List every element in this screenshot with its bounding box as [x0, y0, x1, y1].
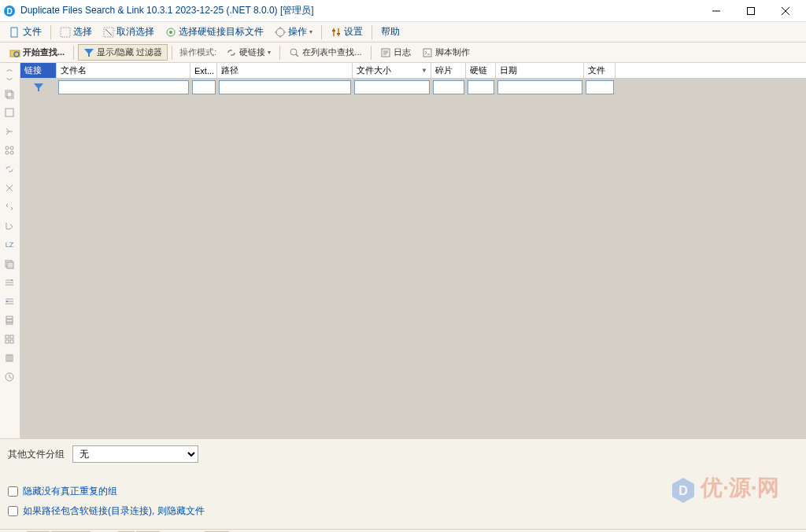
chevron-down-icon: ▾	[268, 49, 271, 56]
svg-rect-25	[423, 49, 431, 57]
toggle-filter-button[interactable]: 显示/隐藏 过滤器	[78, 44, 168, 61]
filter-files[interactable]	[586, 80, 614, 94]
svg-line-31	[6, 131, 9, 135]
sidebar-tool-11[interactable]	[0, 274, 19, 291]
find-icon	[289, 47, 300, 58]
separator	[172, 46, 172, 60]
column-path[interactable]: 路径	[217, 63, 353, 78]
menu-deselect[interactable]: 取消选择	[98, 24, 159, 40]
maximize-button[interactable]	[734, 0, 768, 22]
svg-point-47	[6, 301, 8, 302]
column-ext[interactable]: Ext...	[190, 63, 217, 78]
svg-rect-54	[10, 340, 13, 343]
menu-settings[interactable]: 设置	[326, 24, 368, 40]
file-icon	[9, 27, 20, 38]
filter-size[interactable]	[354, 80, 430, 94]
search-in-list-button[interactable]: 在列表中查找...	[284, 45, 366, 60]
svg-text:D: D	[6, 7, 12, 16]
sidebar-tool-9[interactable]	[0, 217, 19, 235]
filter-path[interactable]	[219, 80, 351, 94]
checkbox-input[interactable]	[8, 506, 18, 516]
start-search-button[interactable]: 开始查找...	[5, 45, 69, 60]
column-date[interactable]: 日期	[496, 63, 584, 78]
script-icon	[422, 47, 433, 58]
sidebar-tool-16[interactable]	[0, 368, 19, 386]
column-size[interactable]: 文件大小	[353, 63, 431, 78]
svg-rect-53	[6, 340, 9, 343]
separator	[321, 25, 322, 39]
filter-row	[20, 79, 806, 96]
sidebar-tool-3[interactable]	[0, 104, 19, 121]
group-label: 其他文件分组	[8, 448, 65, 461]
sidebar-tool-14[interactable]	[0, 331, 19, 348]
hide-softlink-checkbox[interactable]: 如果路径包含软链接(目录连接), 则隐藏文件	[8, 504, 798, 518]
column-fragments[interactable]: 碎片	[431, 63, 466, 78]
menu-operate[interactable]: 操作 ▾	[270, 24, 317, 40]
chevron-down-icon: ▾	[309, 28, 312, 35]
svg-line-61	[9, 377, 12, 379]
svg-rect-50	[6, 323, 13, 324]
filter-filename[interactable]	[58, 80, 189, 94]
svg-point-34	[6, 151, 9, 154]
deselect-icon	[103, 27, 114, 38]
target-icon	[165, 27, 176, 38]
script-button[interactable]: 脚本制作	[417, 45, 475, 60]
column-files[interactable]: 文件	[584, 63, 616, 78]
sidebar-tool-2[interactable]	[0, 85, 19, 102]
filter-date[interactable]	[497, 80, 582, 94]
menu-file[interactable]: 文件	[5, 24, 46, 40]
column-link[interactable]: 链接	[20, 63, 57, 78]
search-folder-icon	[9, 47, 20, 58]
svg-rect-14	[338, 28, 339, 36]
svg-rect-28	[6, 109, 13, 116]
separator	[371, 46, 372, 60]
window-title: Duplicate Files Search & Link 10.3.1 202…	[20, 4, 699, 17]
sidebar-tool-13[interactable]	[0, 312, 19, 329]
sidebar-tool-4[interactable]	[0, 123, 19, 140]
menu-select-hardlink-target[interactable]: 选择硬链接目标文件	[161, 24, 268, 40]
svg-line-9	[105, 29, 112, 35]
checkbox-input[interactable]	[8, 486, 18, 497]
sidebar-tool-15[interactable]	[0, 349, 19, 367]
svg-rect-7	[61, 28, 70, 37]
sidebar-tool-10[interactable]	[0, 255, 19, 272]
hardlink-mode-button[interactable]: 硬链接 ▾	[221, 45, 275, 60]
menu-select[interactable]: 选择	[55, 24, 97, 40]
sidebar-tool-7[interactable]	[0, 179, 19, 197]
select-icon	[60, 27, 71, 38]
minimize-button[interactable]	[699, 0, 734, 22]
sidebar-tool-1[interactable]	[0, 66, 19, 83]
settings-icon	[331, 27, 342, 38]
svg-rect-6	[11, 28, 17, 37]
sidebar-tool-5[interactable]	[0, 142, 19, 159]
svg-rect-49	[6, 320, 13, 322]
log-button[interactable]: 日志	[375, 45, 416, 60]
sidebar-tool-8[interactable]	[0, 198, 19, 216]
separator	[73, 46, 74, 60]
filter-ext[interactable]	[192, 80, 216, 94]
svg-rect-52	[10, 335, 13, 338]
filter-frag[interactable]	[433, 80, 464, 94]
close-button[interactable]	[768, 0, 803, 22]
svg-rect-16	[337, 33, 340, 35]
svg-point-11	[169, 31, 172, 34]
link-icon	[226, 47, 237, 58]
menu-help[interactable]: 帮助	[376, 24, 405, 40]
svg-rect-15	[332, 30, 335, 31]
sidebar: LZ	[0, 63, 20, 438]
group-select[interactable]: 无	[72, 445, 198, 463]
table-header: 链接 文件名 Ext... 路径 文件大小 碎片 硬链 日期 文件	[20, 63, 806, 79]
operate-mode-label: 操作模式:	[176, 46, 220, 58]
svg-point-19	[290, 49, 297, 55]
statusbar: 文件 0/0 0 B/0 B 已选: 0 0 B 释放空间: 0 B 扫描持续时…	[0, 529, 806, 532]
column-filename[interactable]: 文件名	[57, 63, 190, 78]
sidebar-tool-12[interactable]	[0, 293, 19, 310]
svg-line-20	[296, 54, 298, 57]
hide-no-dup-checkbox[interactable]: 隐藏没有真正重复的组	[8, 485, 798, 498]
svg-rect-39	[7, 262, 13, 268]
column-hardlink[interactable]: 硬链	[466, 63, 496, 78]
filter-hard[interactable]	[468, 80, 494, 94]
svg-rect-51	[6, 335, 9, 338]
sidebar-tool-lz[interactable]: LZ	[0, 236, 19, 253]
sidebar-tool-6[interactable]	[0, 161, 19, 178]
